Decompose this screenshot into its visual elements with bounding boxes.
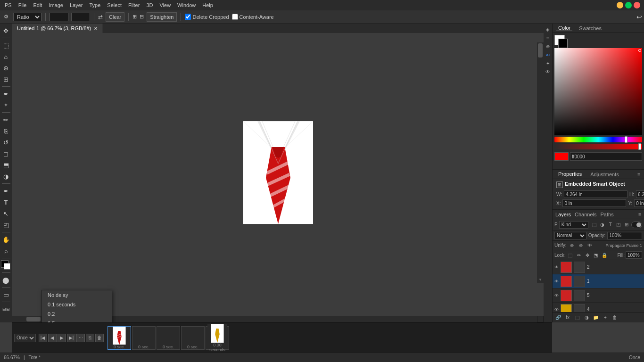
swap-icon[interactable]: ⇄ <box>98 14 103 20</box>
layer-5-eye[interactable]: 👁 <box>554 293 559 298</box>
layer-4-item[interactable]: 👁 4 <box>553 303 644 312</box>
opacity-slider[interactable] <box>554 144 642 149</box>
view-menu[interactable]: View <box>157 1 173 9</box>
layer-menu[interactable]: Layer <box>67 1 86 9</box>
prev-frame-btn[interactable]: ◀ <box>48 334 57 342</box>
02-option[interactable]: 0.2 <box>42 309 112 319</box>
layer-4-eye[interactable]: 👁 <box>554 307 559 312</box>
unify-vis-icon[interactable]: 👁 <box>586 242 594 249</box>
filter-menu[interactable]: Filter <box>125 1 142 9</box>
eraser-tool[interactable]: ◻ <box>1 148 11 159</box>
pen-tool[interactable]: ✒ <box>1 186 11 196</box>
layers-tab[interactable]: Layers <box>555 212 571 217</box>
layer-2-eye[interactable]: 👁 <box>554 265 559 270</box>
01sec-option[interactable]: 0.1 seconds <box>42 300 112 309</box>
quick-select-tool[interactable]: ⊕ <box>1 63 11 73</box>
add-style-btn[interactable]: fx <box>564 314 571 321</box>
screen-mode-btn[interactable]: ▭ <box>1 289 11 300</box>
select-menu[interactable]: Select <box>104 1 124 9</box>
color-gradient-picker[interactable] <box>554 48 642 135</box>
delete-cropped-checkbox[interactable] <box>185 14 191 20</box>
straighten-btn[interactable]: Straighten <box>147 12 177 22</box>
y-input[interactable] <box>634 199 644 207</box>
fill-input[interactable] <box>626 251 642 259</box>
lasso-tool[interactable]: ⌂ <box>1 51 11 62</box>
measure-tool[interactable]: ⌖ <box>1 100 11 110</box>
layers-filter-select[interactable]: Kind <box>559 221 588 229</box>
layer-comps-icon[interactable]: ≡ <box>544 34 552 41</box>
no-delay-option[interactable]: No delay <box>42 290 112 300</box>
layer-1-item[interactable]: 👁 1 <box>553 274 644 288</box>
eyedropper-tool[interactable]: ✒ <box>1 89 11 99</box>
hand-tool[interactable]: ✋ <box>1 234 11 245</box>
maximize-btn[interactable] <box>625 2 632 8</box>
file-menu[interactable]: File <box>16 1 30 9</box>
loop-select[interactable]: Once <box>14 334 36 342</box>
tween-btn[interactable]: ⋯ <box>76 334 85 342</box>
eye2-icon[interactable]: 👁 <box>544 68 552 75</box>
result-color-swatch[interactable] <box>554 152 569 161</box>
close-btn[interactable] <box>634 2 640 8</box>
delete-layer-btn[interactable]: 🗑 <box>611 314 619 321</box>
adjustments-tab[interactable]: Adjustments <box>588 172 621 177</box>
layer-5-item[interactable]: 👁 5 <box>553 288 644 303</box>
marquee-tool[interactable]: ⬚ <box>1 40 11 50</box>
filmstrip-frame-2[interactable]: 0 sec. <box>132 326 156 350</box>
filmstrip-frame-3[interactable]: 0 sec. <box>157 326 180 350</box>
tab-close-btn[interactable]: ✕ <box>94 26 98 31</box>
hue-slider[interactable] <box>554 137 642 142</box>
05-option[interactable]: 0.5 <box>42 319 112 322</box>
filter-shape-icon[interactable]: ◰ <box>615 221 622 229</box>
foreground-color-swatch[interactable] <box>554 35 566 46</box>
clone-tool[interactable]: ⎘ <box>1 126 11 136</box>
help-menu[interactable]: Help <box>199 1 216 9</box>
document-tab[interactable]: Untitled-1 @ 66.7% (3, RGB/8#) ✕ <box>12 24 103 33</box>
3d-menu[interactable]: 3D <box>143 1 156 9</box>
w-input[interactable] <box>564 190 627 198</box>
puppet-icon[interactable]: ✦ <box>544 59 552 67</box>
canvas-content[interactable]: No delay 0.1 seconds 0.2 0.5 1.0 2.0 5.0… <box>12 33 544 322</box>
history-brush-tool[interactable]: ↺ <box>1 137 11 148</box>
ps-menu[interactable]: PS <box>2 1 15 9</box>
properties-tab[interactable]: Properties <box>556 171 584 177</box>
content-aware-checkbox[interactable] <box>232 14 238 20</box>
link-layers-btn[interactable]: 🔗 <box>554 314 562 321</box>
lock-pixels-icon[interactable]: ✏ <box>575 251 583 259</box>
crop-tool[interactable]: ⊞ <box>1 74 11 84</box>
filter-type-icon[interactable]: T <box>607 221 614 229</box>
filter-adj-icon[interactable]: ◑ <box>599 221 606 229</box>
blend-mode-select[interactable]: Normal <box>554 232 586 239</box>
properties-menu-icon[interactable]: ≡ <box>637 172 640 177</box>
hex-input[interactable] <box>570 152 642 161</box>
minimize-btn[interactable] <box>617 2 623 8</box>
filmstrip-frame-5[interactable]: 0.00 seconds <box>206 326 229 350</box>
window-menu[interactable]: Window <box>174 1 198 9</box>
clear-btn[interactable]: Clear <box>106 12 124 22</box>
h-input[interactable] <box>636 190 644 198</box>
lock-all-icon[interactable]: 🔒 <box>601 251 608 259</box>
filmstrip-frame-1[interactable]: 0 sec. <box>107 326 131 350</box>
dodge-tool[interactable]: ◑ <box>1 171 11 181</box>
add-layer-btn[interactable]: + <box>602 314 609 321</box>
path-select-tool[interactable]: ↖ <box>1 208 11 219</box>
filter-pixel-icon[interactable]: ⬚ <box>591 221 598 229</box>
unify-pos-icon[interactable]: ⊕ <box>568 242 576 249</box>
type-menu[interactable]: Type <box>87 1 104 9</box>
color-mode-icon[interactable]: ◈ <box>544 25 552 33</box>
delete-frame-btn[interactable]: 🗑 <box>95 334 104 342</box>
type-tool[interactable]: T <box>1 197 11 207</box>
height-ratio-input[interactable] <box>71 13 90 21</box>
adjustments-icon[interactable]: ⊕ <box>544 42 552 50</box>
paths-tab[interactable]: Paths <box>601 212 614 217</box>
lock-artboard-icon[interactable]: ⬔ <box>592 251 600 259</box>
filter-toggle[interactable] <box>631 222 642 228</box>
move-tool[interactable]: ✥ <box>1 25 11 36</box>
zoom-tool[interactable]: ⌕ <box>1 246 11 256</box>
foreground-background-colors[interactable] <box>1 260 11 271</box>
edit-menu[interactable]: Edit <box>30 1 45 9</box>
duplicate-frame-btn[interactable]: ⎘ <box>86 334 94 342</box>
shape-tool[interactable]: ◰ <box>1 220 11 230</box>
layer-2-item[interactable]: 👁 2 <box>553 260 644 274</box>
ratio-select[interactable]: Ratio <box>13 13 41 21</box>
unify-style-icon[interactable]: ⊛ <box>577 242 585 249</box>
